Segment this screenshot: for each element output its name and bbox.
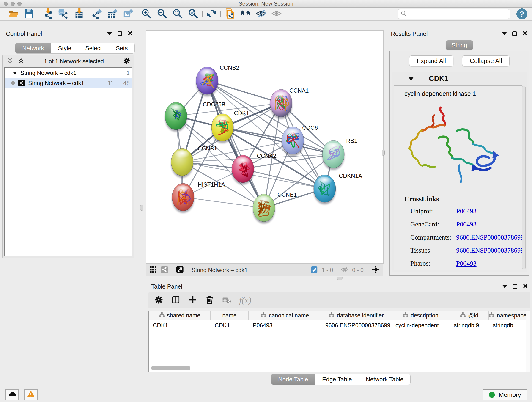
network-row[interactable]: String Network – cdk1 11 48 xyxy=(5,78,132,88)
export-network-button[interactable] xyxy=(91,8,102,19)
minimize-window-button[interactable] xyxy=(11,2,15,6)
crosslink-link[interactable]: P06493 xyxy=(456,220,522,228)
network-badge-icon[interactable] xyxy=(161,266,168,274)
column-header-shared-name[interactable]: shared name xyxy=(149,311,210,320)
crosslink-link[interactable]: P06493 xyxy=(456,260,522,267)
column-header-@id[interactable]: @id xyxy=(450,311,489,320)
collapse-collection-icon[interactable] xyxy=(13,71,17,75)
detach-view-icon[interactable] xyxy=(176,266,184,274)
crosslink-link[interactable]: 9606.ENSP00000378699 xyxy=(456,234,522,241)
warnings-button[interactable] xyxy=(24,389,38,400)
tab-sets[interactable]: Sets xyxy=(109,43,135,54)
network-canvas[interactable]: CCNB2 CCNA1 CDC25B CDK1 CDC6 xyxy=(146,31,384,264)
help-button[interactable]: ? xyxy=(516,8,527,19)
node-CCNB2[interactable]: CCNB2 xyxy=(196,64,239,96)
selected-checkbox-icon[interactable] xyxy=(310,266,318,274)
zoom-out-button[interactable] xyxy=(157,8,167,19)
node-CCNA1[interactable]: CCNA1 xyxy=(270,87,309,119)
import-network-button[interactable] xyxy=(42,8,53,19)
table-row[interactable]: CDK1CDK1P064939606.ENSP00000378699cyclin… xyxy=(149,320,530,330)
edge-CCNA2-CDKN1A[interactable] xyxy=(243,169,325,189)
crosslink-link[interactable]: P06493 xyxy=(456,207,522,215)
tab-network[interactable]: Network xyxy=(15,43,51,54)
cloud-button[interactable] xyxy=(6,389,19,400)
cell-namespace[interactable]: stringdb xyxy=(489,322,526,329)
close-window-button[interactable] xyxy=(4,2,8,6)
network-options-gear-icon[interactable] xyxy=(123,57,130,65)
collapse-all-button[interactable]: Collapse All xyxy=(462,56,510,66)
column-header-canonical-name[interactable]: canonical name xyxy=(249,311,321,320)
expand-all-button[interactable]: Expand All xyxy=(409,56,454,66)
cell-@id[interactable]: stringdb:9... xyxy=(450,322,489,329)
tab-string[interactable]: String xyxy=(446,40,473,50)
hide-selected-button[interactable] xyxy=(255,8,266,19)
close-panel-icon[interactable] xyxy=(522,30,527,37)
node-CDC6[interactable]: CDC6 xyxy=(282,124,318,156)
node-CDKN1A[interactable]: CDKN1A xyxy=(314,172,362,204)
right-splitter-handle[interactable] xyxy=(382,150,385,156)
edge-CCNB2-CCNE1[interactable] xyxy=(207,81,264,208)
memory-button[interactable]: Memory xyxy=(482,389,527,400)
tab-style[interactable]: Style xyxy=(51,43,78,54)
export-table-button[interactable] xyxy=(107,8,118,19)
cell-description[interactable]: cyclin-dependent ... xyxy=(391,322,450,329)
tab-network-table[interactable]: Network Table xyxy=(359,374,411,385)
zoom-selected-button[interactable] xyxy=(188,8,199,19)
table-vertical-scrollbar[interactable] xyxy=(526,311,530,371)
first-neighbors-button[interactable] xyxy=(240,8,251,19)
search-box[interactable] xyxy=(398,9,510,19)
edge-CCNB2-CCNA1[interactable] xyxy=(207,81,281,103)
column-header-description[interactable]: description xyxy=(391,311,450,320)
edge-HIST1H1A-CCNE1[interactable] xyxy=(183,197,264,208)
collapse-gene-icon[interactable] xyxy=(408,77,414,80)
node-RB1[interactable]: RB1 xyxy=(322,138,357,170)
panel-menu-icon[interactable] xyxy=(107,32,112,35)
cell-name[interactable]: CDK1 xyxy=(210,322,249,329)
show-columns-icon[interactable] xyxy=(171,295,180,305)
column-header-namespace[interactable]: namespace xyxy=(489,311,526,320)
node-CDK1[interactable]: CDK1 xyxy=(211,110,249,143)
node-HIST1H1A[interactable]: HIST1H1A xyxy=(172,181,225,213)
collapse-all-networks-icon[interactable] xyxy=(7,57,13,65)
pan-crosshair-icon[interactable] xyxy=(372,266,380,274)
network-collection-row[interactable]: String Network – cdk1 1 xyxy=(5,68,132,78)
cell-database-identifier[interactable]: 9606.ENSP00000378699 xyxy=(321,322,391,329)
float-panel-icon[interactable] xyxy=(118,32,122,36)
cell-shared-name[interactable]: CDK1 xyxy=(149,322,210,329)
close-panel-icon[interactable] xyxy=(523,283,528,290)
save-session-button[interactable] xyxy=(24,8,35,19)
edge-CDK1-RB1[interactable] xyxy=(222,128,333,154)
panel-menu-icon[interactable] xyxy=(502,32,507,35)
tab-edge-table[interactable]: Edge Table xyxy=(315,374,359,385)
table-horizontal-scrollbar[interactable] xyxy=(151,366,190,370)
column-header-database-identifier[interactable]: database identifier xyxy=(321,311,391,320)
add-column-icon[interactable] xyxy=(188,295,197,305)
maximize-window-button[interactable] xyxy=(17,2,22,6)
tab-select[interactable]: Select xyxy=(78,43,109,54)
expand-all-networks-icon[interactable] xyxy=(18,57,25,65)
import-table-button[interactable] xyxy=(73,8,84,19)
column-header-name[interactable]: name xyxy=(210,311,249,320)
import-network-database-button[interactable] xyxy=(57,8,69,19)
tab-node-table[interactable]: Node Table xyxy=(271,374,315,385)
copy-network-button[interactable] xyxy=(224,8,235,19)
edge-layer[interactable] xyxy=(176,81,333,208)
grid-view-icon[interactable] xyxy=(149,266,157,274)
open-file-button[interactable] xyxy=(8,8,19,19)
crosslink-link[interactable]: 9606.ENSP00000378699 xyxy=(456,247,522,254)
zoom-in-button[interactable] xyxy=(141,8,152,19)
refresh-button[interactable] xyxy=(206,8,217,19)
cell-canonical-name[interactable]: P06493 xyxy=(249,322,321,329)
bottom-splitter-handle[interactable] xyxy=(337,277,343,280)
node-CCNE1[interactable]: CCNE1 xyxy=(253,191,297,224)
left-splitter-handle[interactable] xyxy=(140,205,143,211)
results-scrollbar[interactable] xyxy=(522,86,526,269)
float-panel-icon[interactable] xyxy=(513,284,517,289)
table-settings-gear-icon[interactable] xyxy=(154,295,163,305)
search-input[interactable] xyxy=(407,11,507,17)
delete-column-icon[interactable] xyxy=(205,295,214,305)
panel-menu-icon[interactable] xyxy=(502,285,507,288)
close-panel-icon[interactable] xyxy=(128,30,133,37)
node-CCNA2[interactable]: CCNA2 xyxy=(232,153,276,185)
export-image-button[interactable] xyxy=(123,8,133,19)
